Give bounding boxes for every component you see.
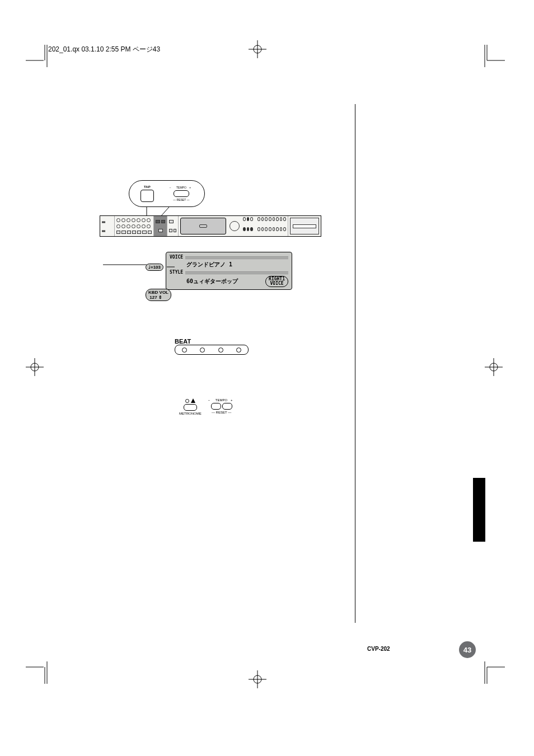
beat-label: BEAT: [175, 338, 191, 345]
beat-led: [218, 348, 223, 353]
panel-style-buttons: [115, 216, 154, 236]
lcd-style-value: 60ュィギターポップ: [186, 278, 238, 285]
tempo-signs: − TEMPO +: [170, 186, 193, 189]
tempo-minus-button-icon: [211, 403, 221, 410]
lcd-closeup: VOICE グランドピアノ 1 STYLE 60ュィギターポップ RIGHT1V…: [166, 252, 292, 290]
panel-left-controls: ▮▮▮ ▮▮▮: [100, 216, 115, 236]
lcd-leader-line: [103, 263, 148, 266]
svg-point-20: [31, 363, 39, 371]
lcd-voice-label: VOICE: [170, 255, 183, 260]
tempo-rocker-icon: [174, 190, 189, 197]
beat-block: BEAT: [175, 338, 249, 355]
panel-voice-buttons: [241, 216, 288, 236]
panel-tap-area: [167, 216, 179, 236]
panel-lcd: [180, 218, 226, 234]
lcd-rule: [185, 271, 288, 274]
page-number-badge: 43: [459, 641, 476, 658]
metronome-icon: [191, 398, 195, 403]
tempo-buttons-diagram: − TEMPO + — RESET —: [170, 186, 193, 201]
svg-point-23: [490, 363, 498, 371]
lcd-callout: ♩=103 KBD VOL 127 ⇕: [146, 261, 171, 287]
panel-dial: [229, 221, 240, 231]
tap-button-icon: [140, 190, 154, 202]
tempo-reset-label: — RESET —: [212, 411, 231, 414]
metronome-tempo-block: METRONOME − TEMPO + — RESET —: [179, 398, 235, 415]
tap-label: TAP: [144, 185, 151, 189]
beat-led: [182, 348, 187, 353]
metronome-label: METRONOME: [179, 412, 202, 415]
panel-disk-slot: [290, 218, 319, 234]
metronome-diagram: METRONOME: [179, 398, 202, 415]
metronome-button-icon: [184, 404, 197, 411]
lcd-right1-chip: RIGHT1VOICE: [265, 276, 288, 287]
beat-led-box: [175, 345, 249, 355]
footer-model: CVP-202: [367, 646, 390, 652]
print-header-line: 202_01.qx 03.1.10 2:55 PM ページ43: [48, 45, 160, 54]
svg-point-14: [254, 45, 261, 53]
lcd-rule: [185, 256, 288, 259]
tempo-plus-button-icon: [222, 403, 232, 410]
beat-led: [200, 348, 205, 353]
beat-led: [236, 348, 241, 353]
panel-tempo-target: [154, 216, 167, 236]
tap-tempo-bubble: TAP − TEMPO + — RESET —: [129, 180, 205, 207]
tempo-signs: − TEMPO +: [208, 398, 235, 402]
lcd-voice-value: グランドピアノ 1: [186, 261, 232, 269]
tempo-diagram: − TEMPO + — RESET —: [208, 398, 235, 414]
column-divider: [355, 104, 355, 623]
svg-point-17: [254, 675, 261, 683]
section-tab: [473, 478, 485, 542]
tap-button-diagram: TAP: [140, 185, 154, 202]
keyboard-panel-diagram: ▮▮▮ ▮▮▮: [100, 215, 321, 237]
crop-marks: [0, 0, 534, 756]
lcd-style-label: STYLE: [170, 270, 183, 275]
lcd-tempo-chip: ♩=103: [146, 264, 163, 271]
metronome-led-icon: [185, 399, 189, 403]
tempo-reset-label: — RESET —: [173, 198, 189, 201]
lcd-kbdvol-chip: KBD VOL 127 ⇕: [146, 289, 171, 301]
